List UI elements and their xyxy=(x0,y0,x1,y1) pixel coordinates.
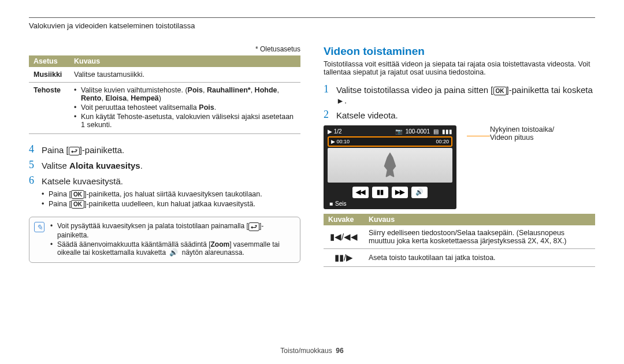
right-column: Videon toistaminen Toistotilassa voit es… xyxy=(324,45,595,267)
time-bar: ▶ 00:10 00:20 xyxy=(328,136,452,147)
icon-th-kuvake: Kuvake xyxy=(324,214,364,225)
settings-th-kuvaus: Kuvaus xyxy=(69,55,300,67)
shot-res: 100-0001 xyxy=(406,128,430,135)
ok-icon xyxy=(71,190,84,199)
seis-label: Seis xyxy=(335,200,346,207)
step-4: Paina []-painiketta. xyxy=(42,143,300,155)
right-step-1: Valitse toistotilassa video ja paina sit… xyxy=(336,83,595,105)
section-intro: Toistotilassa voit esittää videon ja sie… xyxy=(324,60,595,76)
step-6-sub: Paina []-painiketta, jos haluat siirtää … xyxy=(42,190,300,209)
page-header: Valokuvien ja videoiden katseleminen toi… xyxy=(29,21,595,30)
forward-button[interactable]: ▶▶ xyxy=(392,187,408,198)
icon-prev: ▮◀/◀◀ xyxy=(324,225,364,249)
page-footer: Toisto/muokkaus 96 xyxy=(0,347,624,355)
icon-pause-desc: Aseta toisto taukotilaan tai jatka toist… xyxy=(364,248,595,266)
shot-battery-icon: ▮▮▮ xyxy=(442,128,452,135)
icon-prev-desc: Siirry edelliseen tiedostoon/Selaa taaks… xyxy=(364,225,595,249)
sound-icon xyxy=(168,249,180,257)
stop-icon: ■ xyxy=(329,200,333,207)
left-column: * Oletusasetus Asetus Kuvaus Musiikki Va… xyxy=(29,45,300,267)
note-icon: ✎ xyxy=(34,222,44,232)
default-note: * Oletusasetus xyxy=(29,45,300,53)
video-screenshot: ▶ 1/2 📷 100-0001 ▤ ▮▮▮ ▶ 00:10 00:20 ◀◀ … xyxy=(324,125,456,209)
note-box: ✎ Voit pysäyttää kuvaesityksen ja palata… xyxy=(29,217,300,263)
rewind-button[interactable]: ◀◀ xyxy=(352,187,369,198)
icon-th-kuvaus: Kuvaus xyxy=(364,214,595,225)
back-icon xyxy=(248,222,259,231)
shot-counter: ▶ 1/2 xyxy=(328,128,342,135)
ok-icon xyxy=(71,200,84,209)
row-effect-desc: Valitse kuvien vaihtumistehoste. (Pois, … xyxy=(69,83,300,134)
row-effect-label: Tehoste xyxy=(29,83,69,134)
back-icon xyxy=(69,147,80,155)
icon-pause: ▮▮/▶ xyxy=(324,248,364,266)
callout-text: Nykyinen toistoaika/ Videon pituus xyxy=(490,125,554,142)
step-6: Katsele kuvaesitystä. xyxy=(42,174,300,187)
play-icon xyxy=(336,97,344,105)
row-music-desc: Valitse taustamusiikki. xyxy=(69,67,300,83)
settings-table: Asetus Kuvaus Musiikki Valitse taustamus… xyxy=(29,55,300,134)
settings-th-asetus: Asetus xyxy=(29,55,69,67)
ok-icon xyxy=(493,87,507,95)
row-music-label: Musiikki xyxy=(29,67,69,83)
icon-table: Kuvake Kuvaus ▮◀/◀◀ Siirry edelliseen ti… xyxy=(324,214,595,267)
shot-controls: ◀◀ ▮▮ ▶▶ 🔊 xyxy=(326,184,454,199)
pause-button[interactable]: ▮▮ xyxy=(372,187,388,198)
section-heading: Videon toistaminen xyxy=(324,45,595,58)
time-elapsed: ▶ 00:10 xyxy=(331,139,350,144)
step-5: Valitse Aloita kuvaesitys. xyxy=(42,159,300,171)
time-total: 00:20 xyxy=(436,139,449,144)
shot-sd-icon: ▤ xyxy=(433,128,439,135)
volume-button[interactable]: 🔊 xyxy=(411,187,428,198)
left-steps: 4Paina []-painiketta. 5Valitse Aloita ku… xyxy=(29,143,300,187)
right-step-2: Katsele videota. xyxy=(336,109,595,121)
